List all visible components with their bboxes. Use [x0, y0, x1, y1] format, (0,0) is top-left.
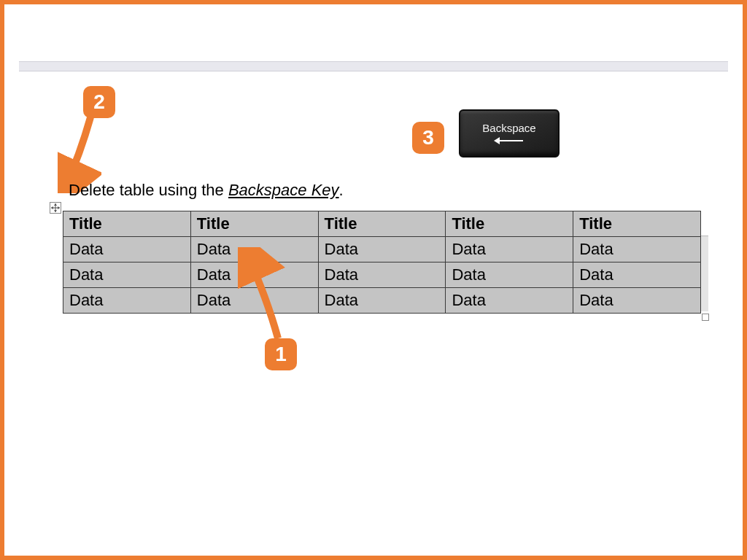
table-header-cell[interactable]: Title — [446, 211, 573, 237]
table-cell[interactable]: Data — [63, 262, 191, 288]
table-cell[interactable]: Data — [190, 262, 318, 288]
table-cell[interactable]: Data — [63, 288, 191, 314]
svg-marker-6 — [58, 206, 60, 209]
move-icon — [51, 203, 60, 212]
instruction-text: Delete table using the Backspace Key. — [69, 181, 344, 200]
arrow-left-icon — [494, 136, 525, 146]
document-page — [4, 74, 743, 556]
data-table[interactable]: Title Title Title Title Title Data Data … — [63, 211, 701, 314]
table-cell[interactable]: Data — [190, 288, 318, 314]
svg-marker-2 — [494, 137, 500, 144]
svg-marker-3 — [54, 203, 57, 206]
table-cell[interactable]: Data — [446, 262, 573, 288]
table-cell[interactable]: Data — [573, 237, 701, 262]
table-header-cell[interactable]: Title — [573, 211, 701, 237]
table-resize-handle[interactable] — [702, 314, 709, 321]
table-cell[interactable]: Data — [318, 288, 446, 314]
table-move-handle[interactable] — [50, 202, 61, 214]
selection-row-end — [701, 236, 708, 311]
callout-label: 3 — [422, 126, 434, 149]
table-cell[interactable]: Data — [63, 237, 191, 262]
callout-step-1: 1 — [265, 338, 297, 370]
table-cell[interactable]: Data — [573, 288, 701, 314]
table-cell[interactable]: Data — [446, 237, 573, 262]
table-header-row: Title Title Title Title Title — [63, 211, 701, 237]
svg-marker-5 — [51, 206, 53, 209]
table-cell[interactable]: Data — [573, 262, 701, 288]
ruler — [19, 61, 728, 71]
table-cell[interactable]: Data — [446, 288, 573, 314]
table-header-cell[interactable]: Title — [190, 211, 318, 237]
callout-step-3: 3 — [412, 122, 444, 154]
table-cell[interactable]: Data — [318, 237, 446, 262]
table-row: Data Data Data Data Data — [63, 237, 701, 262]
svg-marker-4 — [54, 210, 57, 212]
instruction-emphasis: Backspace Key — [228, 181, 339, 199]
table-row: Data Data Data Data Data — [63, 262, 701, 288]
callout-step-2: 2 — [83, 86, 115, 118]
backspace-key: Backspace — [459, 109, 560, 158]
table-row: Data Data Data Data Data — [63, 288, 701, 314]
table-header-cell[interactable]: Title — [318, 211, 446, 237]
callout-label: 1 — [275, 343, 287, 366]
instruction-prefix: Delete table using the — [69, 181, 228, 199]
callout-label: 2 — [93, 90, 105, 114]
backspace-key-label: Backspace — [482, 122, 535, 134]
table-header-cell[interactable]: Title — [63, 211, 191, 237]
instruction-suffix: . — [339, 181, 344, 199]
table-cell[interactable]: Data — [318, 262, 446, 288]
table-cell[interactable]: Data — [190, 237, 318, 262]
